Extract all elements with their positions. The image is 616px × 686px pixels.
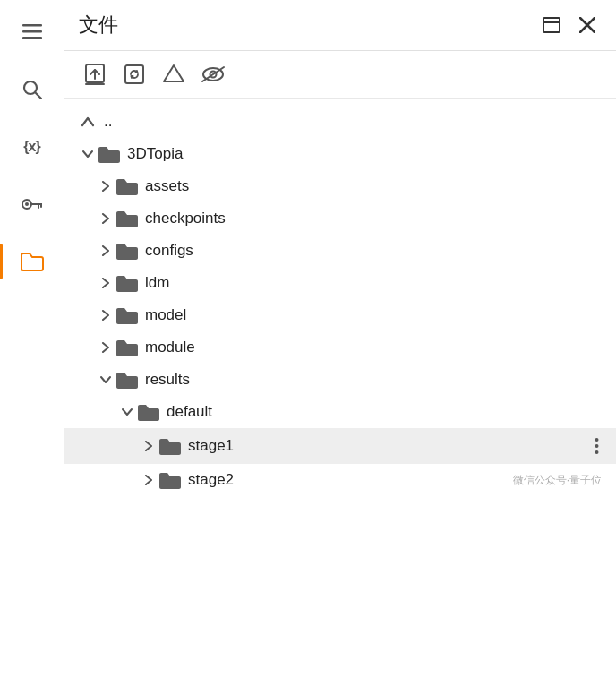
tree-label-assets: assets	[145, 177, 609, 195]
expand-arrow-3dtopia[interactable]	[79, 145, 97, 163]
tree-label-results: results	[145, 371, 609, 389]
svg-line-4	[35, 93, 41, 99]
tree-item-default[interactable]: default	[64, 396, 616, 428]
tree-label-configs: configs	[145, 242, 609, 260]
tree-item-module[interactable]: module	[64, 331, 616, 364]
svg-rect-0	[22, 24, 42, 27]
folder-icon-stage1	[158, 435, 183, 457]
expand-arrow-assets[interactable]	[97, 177, 115, 195]
tree-item-checkpoints[interactable]: checkpoints	[64, 202, 616, 235]
expand-arrow-model[interactable]	[97, 306, 115, 324]
tree-item-configs[interactable]: configs	[64, 235, 616, 267]
close-button[interactable]	[573, 11, 602, 39]
expand-arrow-configs[interactable]	[97, 242, 115, 260]
expand-arrow-default[interactable]	[118, 403, 136, 421]
tree-item-ldm[interactable]: ldm	[64, 267, 616, 299]
folder-icon-model	[115, 304, 140, 326]
tree-label-checkpoints: checkpoints	[145, 210, 609, 227]
header-actions	[537, 11, 602, 39]
sync-button[interactable]	[118, 58, 150, 90]
svg-point-25	[595, 450, 598, 454]
svg-rect-17	[125, 65, 143, 83]
main-panel: 文件	[64, 0, 616, 686]
folder-icon-configs	[115, 240, 140, 262]
key-sidebar-icon[interactable]	[14, 186, 50, 222]
folder-icon-3dtopia	[97, 143, 122, 165]
folder-icon-ldm	[115, 272, 140, 294]
folder-icon-assets	[115, 176, 140, 197]
svg-rect-1	[22, 30, 42, 33]
expand-arrow-ldm[interactable]	[97, 274, 115, 292]
expand-arrow-module[interactable]	[97, 339, 115, 356]
up-directory-item[interactable]: ..	[64, 106, 616, 138]
hide-button[interactable]	[197, 58, 229, 90]
folder-icon-stage2	[158, 469, 183, 491]
file-tree: .. 3DTopia	[64, 99, 616, 686]
tree-label-3dtopia: 3DTopia	[127, 145, 609, 163]
svg-point-23	[595, 438, 598, 442]
tree-item-stage2[interactable]: stage2 微信公众号·量子位	[64, 464, 616, 496]
svg-rect-2	[22, 37, 42, 39]
header: 文件	[64, 0, 616, 51]
expand-arrow-stage1[interactable]	[140, 437, 158, 455]
sidebar: {x}	[0, 0, 64, 686]
folder-icon-default	[136, 401, 161, 423]
tree-item-3dtopia[interactable]: 3DTopia	[64, 138, 616, 170]
maximize-button[interactable]	[537, 11, 566, 39]
tree-item-assets[interactable]: assets	[64, 170, 616, 202]
expand-arrow-results[interactable]	[97, 371, 115, 389]
menu-icon[interactable]	[14, 14, 50, 50]
up-directory-label: ..	[104, 113, 112, 131]
folder-sidebar-icon[interactable]	[14, 244, 50, 279]
svg-point-24	[595, 444, 598, 448]
tree-label-stage2: stage2	[188, 471, 513, 489]
upload-button[interactable]	[79, 58, 111, 90]
folder-icon-module	[115, 337, 140, 358]
tree-label-model: model	[145, 306, 609, 324]
folder-icon-results	[115, 369, 140, 390]
variable-sidebar-icon[interactable]: {x}	[14, 129, 50, 165]
panel-title: 文件	[79, 12, 526, 39]
more-options-button-stage1[interactable]	[584, 433, 609, 459]
tree-item-model[interactable]: model	[64, 299, 616, 331]
watermark-text: 微信公众号·量子位	[513, 473, 609, 488]
search-sidebar-icon[interactable]	[14, 72, 50, 107]
expand-arrow-checkpoints[interactable]	[97, 210, 115, 227]
tree-item-stage1[interactable]: stage1	[64, 428, 616, 464]
tree-label-ldm: ldm	[145, 274, 609, 292]
svg-marker-18	[164, 65, 184, 81]
folder-icon-checkpoints	[115, 208, 140, 229]
svg-point-6	[25, 202, 29, 206]
drive-button[interactable]	[158, 58, 190, 90]
tree-label-default: default	[167, 403, 609, 421]
expand-arrow-stage2[interactable]	[140, 471, 158, 489]
svg-rect-10	[543, 18, 560, 32]
tree-label-module: module	[145, 339, 609, 356]
tree-item-results[interactable]: results	[64, 364, 616, 396]
tree-label-stage1: stage1	[188, 437, 584, 455]
toolbar	[64, 51, 616, 99]
